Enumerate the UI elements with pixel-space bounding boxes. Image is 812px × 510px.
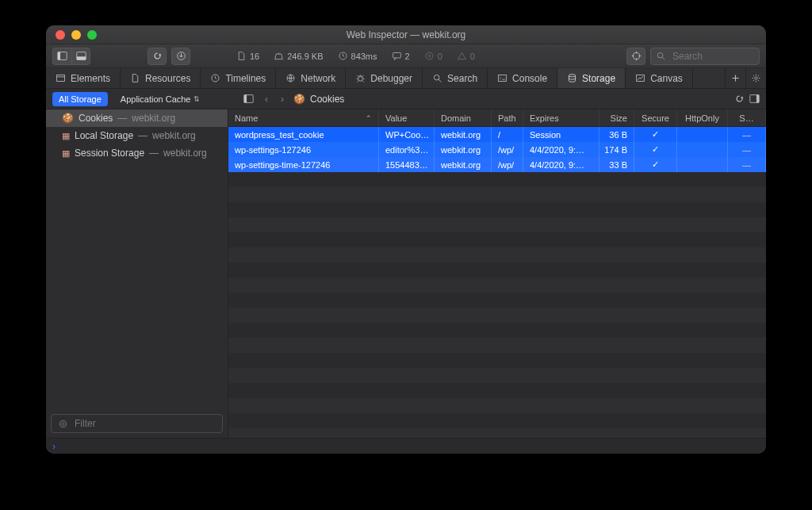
refresh-button[interactable] — [734, 94, 745, 104]
error-icon — [424, 51, 435, 61]
svg-rect-6 — [393, 52, 400, 58]
sidebar-filter-input[interactable] — [73, 417, 216, 430]
col-secure[interactable]: Secure — [634, 109, 677, 126]
nav-forward-button[interactable]: › — [278, 94, 287, 105]
dock-left-button[interactable] — [52, 48, 71, 65]
tab-bar: Elements Resources Timelines Network Deb… — [46, 68, 766, 89]
sidebar-item-label: Cookies — [79, 113, 113, 124]
cell-expires: 4/4/2020, 9:… — [523, 157, 599, 172]
tab-canvas[interactable]: Canvas — [626, 68, 693, 88]
tab-debugger[interactable]: Debugger — [346, 68, 423, 88]
search-icon — [656, 51, 666, 61]
storage-icon — [567, 73, 577, 83]
toggle-left-sidebar-button[interactable] — [241, 90, 255, 108]
table-row[interactable]: wp-settings-time-1272461554483…webkit.or… — [228, 157, 766, 172]
metric-messages: 2 — [387, 48, 415, 65]
cell-secure — [634, 127, 677, 142]
sidebar-item-session-storage[interactable]: ▦ Session Storage — webkit.org — [46, 144, 228, 162]
cell-name: wordpress_test_cookie — [228, 127, 379, 142]
close-window-button[interactable] — [56, 30, 65, 40]
resources-icon — [130, 73, 140, 83]
clock-icon — [338, 51, 348, 61]
minimize-window-button[interactable] — [71, 30, 81, 40]
table-row[interactable]: wordpress_test_cookieWP+Coo…webkit.org/S… — [228, 127, 766, 142]
scope-label: Application Cache — [121, 94, 191, 104]
tab-label: Debugger — [370, 73, 412, 84]
sidebar-item-origin: webkit.org — [152, 130, 196, 141]
col-expires[interactable]: Expires — [523, 109, 599, 126]
tab-label: Search — [447, 73, 477, 84]
svg-point-13 — [358, 76, 363, 81]
tab-network[interactable]: Network — [276, 68, 346, 88]
cell-samesite — [728, 142, 766, 157]
sidebar-item-cookies[interactable]: 🍪 Cookies — webkit.org — [46, 109, 228, 127]
storage-sidebar: 🍪 Cookies — webkit.org ▦ Local Storage —… — [46, 109, 228, 438]
cell-value: 1554483… — [379, 157, 435, 172]
sidebar-item-label: Session Storage — [75, 148, 144, 159]
cell-secure — [634, 142, 677, 157]
canvas-icon — [635, 73, 645, 83]
element-picker-button[interactable] — [626, 48, 645, 65]
scope-application-cache[interactable]: Application Cache ⇅ — [114, 92, 207, 106]
scope-all-storage[interactable]: All Storage — [52, 92, 108, 106]
metric-warnings: 0 — [452, 48, 480, 65]
settings-button[interactable] — [745, 68, 766, 88]
cell-domain: webkit.org — [435, 142, 492, 157]
nav-back-button[interactable]: ‹ — [262, 94, 271, 105]
col-path[interactable]: Path — [492, 109, 523, 126]
cell-path: /wp/ — [492, 157, 523, 172]
tab-search[interactable]: Search — [423, 68, 488, 88]
cell-httponly — [677, 142, 728, 157]
cell-domain: webkit.org — [435, 127, 492, 142]
sort-asc-icon: ⌃ — [366, 114, 372, 122]
metric-messages-value: 2 — [405, 52, 410, 61]
metric-size: 246.9 KB — [269, 48, 327, 65]
cookie-icon: 🍪 — [293, 94, 305, 105]
metric-documents-value: 16 — [250, 52, 259, 61]
console-prompt[interactable]: › — [46, 438, 766, 454]
database-icon: ▦ — [62, 148, 70, 159]
reload-button[interactable] — [147, 48, 167, 65]
chevron-updown-icon: ⇅ — [193, 95, 200, 103]
sidebar-filter[interactable] — [51, 414, 223, 433]
tab-console[interactable]: Console — [488, 68, 557, 88]
col-domain[interactable]: Domain — [435, 109, 492, 126]
new-tab-button[interactable] — [725, 68, 745, 88]
col-size[interactable]: Size — [599, 109, 634, 126]
cell-size: 36 B — [599, 127, 634, 142]
cell-secure — [634, 157, 677, 172]
col-value[interactable]: Value — [379, 109, 435, 126]
svg-rect-22 — [756, 95, 759, 103]
tab-resources[interactable]: Resources — [121, 68, 201, 88]
col-samesite[interactable]: S… — [728, 109, 766, 126]
tab-storage[interactable]: Storage — [557, 68, 626, 88]
tab-timelines[interactable]: Timelines — [201, 68, 276, 88]
tab-elements[interactable]: Elements — [46, 68, 121, 88]
breadcrumb[interactable]: 🍪 Cookies — [293, 94, 344, 105]
dock-side-segment — [52, 48, 90, 65]
sidebar-item-local-storage[interactable]: ▦ Local Storage — webkit.org — [46, 127, 228, 144]
sidebar-item-label: Local Storage — [75, 130, 133, 141]
filter-icon — [58, 419, 68, 429]
global-search-input[interactable] — [671, 50, 766, 63]
zoom-window-button[interactable] — [87, 30, 97, 40]
table-row[interactable]: wp-settings-127246editor%3…webkit.org/wp… — [228, 142, 766, 157]
search-icon — [432, 73, 442, 83]
col-httponly[interactable]: HttpOnly — [677, 109, 728, 126]
cell-size: 174 B — [599, 142, 634, 157]
download-button[interactable] — [171, 48, 190, 65]
sidebar-item-origin: webkit.org — [132, 113, 175, 124]
global-search[interactable] — [650, 48, 760, 65]
tab-label: Canvas — [650, 73, 683, 84]
toggle-right-sidebar-button[interactable] — [749, 94, 760, 104]
cell-path: / — [492, 127, 523, 142]
col-name[interactable]: Name⌃ — [228, 109, 379, 126]
metric-documents: 16 — [232, 48, 264, 65]
database-icon: ▦ — [62, 131, 70, 141]
toolbar: 16 246.9 KB 843ms 2 0 0 — [46, 44, 766, 68]
metric-size-value: 246.9 KB — [287, 52, 323, 61]
dock-bottom-button[interactable] — [71, 48, 90, 65]
plus-icon — [730, 73, 741, 83]
window-title: Web Inspector — webkit.org — [46, 29, 766, 40]
elements-icon — [56, 73, 66, 83]
